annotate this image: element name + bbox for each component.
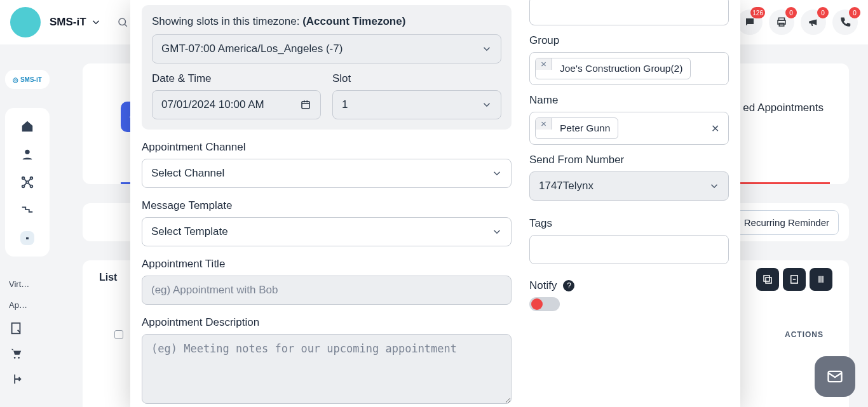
template-select[interactable]: Select Template xyxy=(142,217,512,246)
tags-label: Tags xyxy=(529,217,729,230)
svg-line-1 xyxy=(125,24,126,26)
appointment-modal: Showing slots in this timezone: (Account… xyxy=(130,0,740,407)
svg-point-9 xyxy=(22,185,25,188)
timezone-bold: (Account Timezone) xyxy=(302,15,405,27)
svg-point-8 xyxy=(31,177,33,180)
calendar-picker-icon xyxy=(300,99,311,110)
chip-remove-icon[interactable]: × xyxy=(536,58,552,70)
svg-point-6 xyxy=(26,181,29,183)
select-all-checkbox[interactable] xyxy=(114,330,123,339)
mail-icon xyxy=(826,368,844,385)
logout-icon[interactable] xyxy=(9,372,23,386)
channel-select[interactable]: Select Channel xyxy=(142,159,512,188)
datetime-input[interactable]: 07/01/2024 10:00 AM xyxy=(152,90,321,119)
tab-appointments-right[interactable]: ed Appointments xyxy=(743,102,824,114)
clear-name-button[interactable]: ✕ xyxy=(707,123,723,135)
notif-print-button[interactable]: 0 xyxy=(769,10,794,35)
timezone-box: Showing slots in this timezone: (Account… xyxy=(142,5,512,130)
timezone-select[interactable]: GMT-07:00 America/Los_Angeles (-7) xyxy=(152,34,501,63)
rail-text-items: Virt… Ap… xyxy=(9,279,29,386)
home-icon[interactable] xyxy=(20,119,34,133)
name-chip-text: Peter Gunn xyxy=(552,118,618,138)
notify-toggle[interactable] xyxy=(529,297,560,311)
notif-chat-badge: 126 xyxy=(750,7,765,18)
group-label: Group xyxy=(529,34,729,47)
copy-button[interactable] xyxy=(756,268,779,291)
svg-point-10 xyxy=(31,185,33,188)
rail-text-2[interactable]: Ap… xyxy=(9,300,29,310)
svg-point-7 xyxy=(22,177,25,180)
notif-announce-button[interactable]: 0 xyxy=(801,10,826,35)
group-field[interactable]: × Joe's Construction Group(2) xyxy=(529,52,729,85)
group-chip: × Joe's Construction Group(2) xyxy=(535,58,691,79)
svg-rect-17 xyxy=(764,276,770,281)
columns-button[interactable] xyxy=(810,268,832,291)
network-icon[interactable] xyxy=(20,175,34,189)
template-label: Message Template xyxy=(142,199,512,212)
timezone-label: Showing slots in this timezone: (Account… xyxy=(152,15,501,28)
columns-icon xyxy=(815,274,827,285)
user-icon[interactable] xyxy=(20,147,34,161)
megaphone-icon xyxy=(808,17,819,28)
notif-phone-button[interactable]: 0 xyxy=(832,10,858,35)
description-label: Appointment Description xyxy=(142,316,512,329)
chevron-down-icon[interactable] xyxy=(90,17,102,28)
printer-icon xyxy=(776,17,787,28)
phone-icon xyxy=(839,17,851,28)
sendfrom-label: Send From Number xyxy=(529,154,729,166)
slot-label: Slot xyxy=(332,72,501,85)
search-icon xyxy=(117,17,128,28)
svg-rect-19 xyxy=(302,102,309,109)
cart-icon[interactable] xyxy=(9,347,23,361)
calendar-icon[interactable] xyxy=(20,231,34,245)
channel-label: Appointment Channel xyxy=(142,141,512,154)
svg-rect-12 xyxy=(26,237,29,237)
group-chip-text: Joe's Construction Group(2) xyxy=(552,58,690,79)
name-field[interactable]: × Peter Gunn ✕ xyxy=(529,112,729,145)
chat-icon xyxy=(744,17,756,28)
name-label: Name xyxy=(529,94,729,107)
svg-point-5 xyxy=(25,150,29,154)
datetime-label: Date & Time xyxy=(152,72,321,85)
top-clipped-pillbox[interactable] xyxy=(529,0,729,25)
form-icon[interactable] xyxy=(9,321,23,335)
left-rail xyxy=(5,108,50,257)
actions-header: ACTIONS xyxy=(785,330,824,339)
help-icon[interactable]: ? xyxy=(563,280,574,291)
svg-point-0 xyxy=(119,18,126,25)
timezone-prefix: Showing slots in this timezone: xyxy=(152,15,302,27)
name-chip: × Peter Gunn xyxy=(535,117,618,139)
brand-name[interactable]: SMS-iT xyxy=(50,16,86,29)
sendfrom-select[interactable]: 1747Telynx xyxy=(529,171,729,201)
copy-icon xyxy=(762,274,773,285)
pipeline-icon[interactable] xyxy=(20,203,34,217)
datetime-value: 07/01/2024 10:00 AM xyxy=(161,98,264,111)
avatar[interactable] xyxy=(10,7,41,37)
svg-point-15 xyxy=(18,357,20,359)
svg-rect-16 xyxy=(766,277,771,283)
slot-select[interactable]: 1 xyxy=(332,90,501,119)
mini-logo[interactable]: ◎ SMS-iT xyxy=(5,70,50,89)
notify-label: Notify xyxy=(529,279,557,292)
svg-point-14 xyxy=(14,357,16,359)
tags-field[interactable] xyxy=(529,235,729,264)
title-label: Appointment Title xyxy=(142,258,512,270)
toggle-knob xyxy=(531,298,543,310)
chip-remove-icon[interactable]: × xyxy=(536,118,552,130)
export-button[interactable] xyxy=(783,268,806,291)
recurring-reminder-button[interactable]: Recurring Reminder xyxy=(735,210,839,235)
rail-text-1[interactable]: Virt… xyxy=(9,279,29,289)
title-input[interactable] xyxy=(142,276,512,305)
export-icon xyxy=(789,274,800,285)
notif-phone-badge: 0 xyxy=(849,7,860,18)
notif-print-badge: 0 xyxy=(785,7,797,18)
notif-chat-button[interactable]: 126 xyxy=(737,10,763,35)
description-input[interactable] xyxy=(142,334,512,404)
chat-fab[interactable] xyxy=(815,356,855,397)
list-tab[interactable]: List xyxy=(99,272,117,283)
notif-announce-badge: 0 xyxy=(817,7,829,18)
